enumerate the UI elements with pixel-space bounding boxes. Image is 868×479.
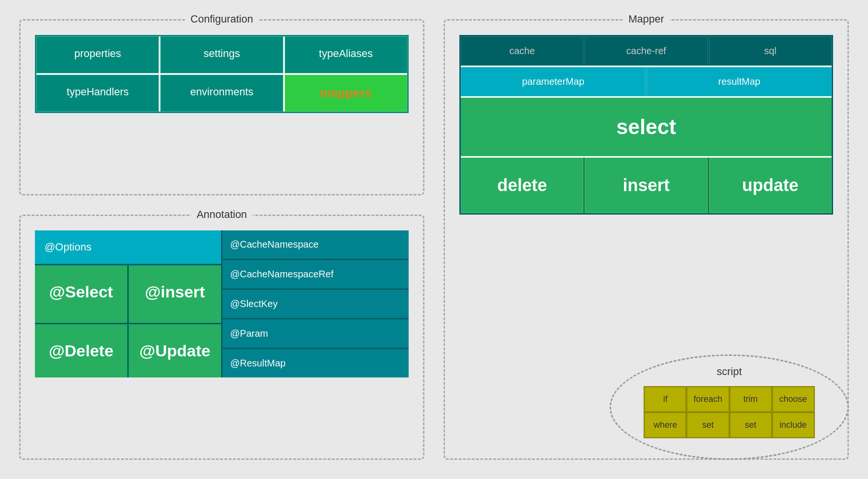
- annotation-select: @Select: [35, 265, 127, 323]
- mapper-insert: insert: [585, 158, 707, 213]
- configuration-grid: properties settings typeAliases typeHand…: [35, 35, 409, 113]
- configuration-title: Configuration: [185, 13, 259, 25]
- config-cell-environments: environments: [160, 75, 283, 112]
- annotation-update: @Update: [129, 324, 221, 377]
- script-set2: set: [730, 413, 771, 437]
- script-set1: set: [687, 413, 728, 437]
- mapper-sql: sql: [709, 36, 832, 66]
- script-include: include: [773, 413, 814, 437]
- annotation-inner: @Options @Select @insert @Delete @Update…: [35, 230, 409, 377]
- annotation-options: @Options: [35, 230, 221, 264]
- config-cell-typealiases: typeAliases: [285, 36, 407, 73]
- annotation-slectkey: @SlectKey: [223, 290, 409, 318]
- mapper-resultmap: resultMap: [647, 67, 832, 96]
- configuration-box: Configuration properties settings typeAl…: [19, 19, 424, 195]
- mapper-title: Mapper: [623, 13, 670, 25]
- mapper-cache-ref: cache-ref: [585, 36, 707, 66]
- annotation-right: @CacheNamespace @CacheNamespaceRef @Slec…: [223, 230, 409, 377]
- annotation-insert: @insert: [129, 265, 221, 323]
- annotation-delete-update: @Delete @Update: [35, 324, 221, 377]
- script-oval-container: script if foreach trim choose where set …: [610, 354, 849, 460]
- mapper-row2: parameterMap resultMap: [461, 67, 832, 96]
- script-choose: choose: [773, 387, 814, 411]
- annotation-select-insert: @Select @insert: [35, 265, 221, 323]
- script-if: if: [645, 387, 686, 411]
- config-cell-properties: properties: [36, 36, 159, 73]
- config-cell-settings: settings: [160, 36, 283, 73]
- annotation-param: @Param: [223, 319, 409, 348]
- annotation-cachenamespaceref: @CacheNamespaceRef: [223, 260, 409, 288]
- config-cell-mappers: mappers: [285, 75, 407, 112]
- annotation-delete: @Delete: [35, 324, 127, 377]
- annotation-left: @Options @Select @insert @Delete @Update: [35, 230, 221, 377]
- annotation-resultmap: @ResultMap: [223, 349, 409, 377]
- script-where: where: [645, 413, 686, 437]
- mapper-inner: cache cache-ref sql parameterMap resultM…: [459, 35, 833, 215]
- mapper-select: select: [461, 98, 832, 156]
- script-title: script: [712, 365, 747, 378]
- mapper-update: update: [709, 158, 832, 213]
- annotation-cachenamespace: @CacheNamespace: [223, 230, 409, 259]
- script-grid: if foreach trim choose where set set inc…: [644, 386, 814, 438]
- script-oval: script if foreach trim choose where set …: [610, 354, 849, 460]
- config-cell-typehandlers: typeHandlers: [36, 75, 159, 112]
- mapper-cache: cache: [461, 36, 583, 66]
- mapper-delete: delete: [461, 158, 583, 213]
- annotation-title: Annotation: [191, 208, 253, 221]
- script-trim: trim: [730, 387, 771, 411]
- mapper-row3: delete insert update: [461, 158, 832, 213]
- mapper-parametermap: parameterMap: [461, 67, 645, 96]
- annotation-box: Annotation @Options @Select @insert @Del…: [19, 215, 424, 460]
- script-foreach: foreach: [687, 387, 728, 411]
- mapper-row1: cache cache-ref sql: [461, 36, 832, 66]
